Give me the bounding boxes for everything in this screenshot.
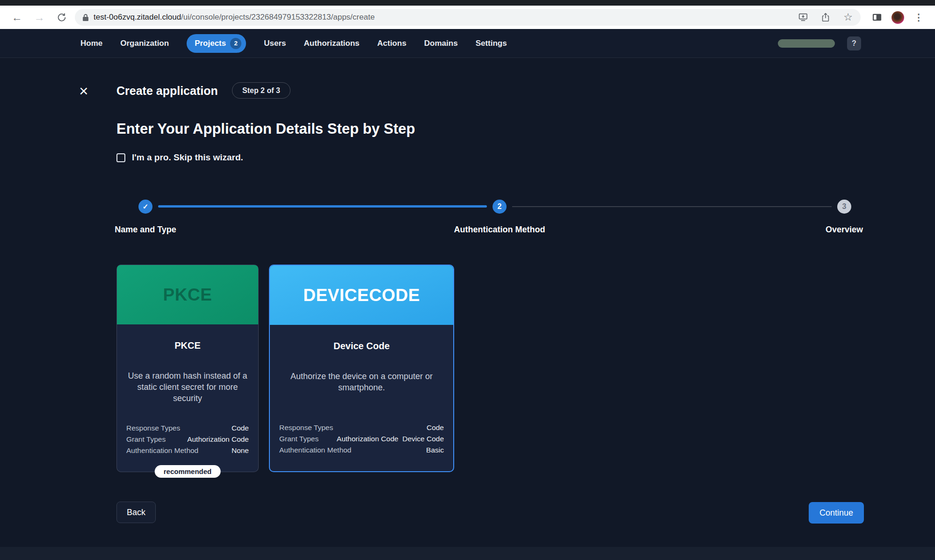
detail-value: Code: [232, 423, 249, 433]
skip-wizard-row[interactable]: I'm a pro. Skip this wizard.: [116, 152, 243, 163]
detail-row: Authentication Method None: [126, 445, 249, 456]
detail-label: Response Types: [279, 422, 333, 433]
skip-wizard-checkbox[interactable]: [116, 153, 125, 162]
profile-avatar[interactable]: [892, 11, 904, 24]
sidebar-item-settings[interactable]: Settings: [476, 39, 507, 48]
app-navbar: Home Organization Projects 2 Users Autho…: [0, 29, 935, 58]
sidebar-item-users[interactable]: Users: [264, 39, 286, 48]
screen: ← → test-0o6zvq.zitadel.cloud/ui/console…: [0, 0, 935, 560]
navbar-right: ?: [778, 36, 861, 50]
step-2-label: Authentication Method: [454, 225, 545, 235]
close-icon[interactable]: ×: [76, 83, 92, 99]
detail-value: Code: [427, 422, 444, 433]
back-button[interactable]: Back: [116, 502, 156, 523]
lock-icon: [82, 14, 89, 22]
sidebar-item-home[interactable]: Home: [80, 39, 102, 48]
skip-wizard-label: I'm a pro. Skip this wizard.: [132, 152, 243, 163]
url-path: /ui/console/projects/232684979153322813/…: [181, 13, 375, 22]
share-icon[interactable]: [817, 9, 834, 25]
devicecode-title: Device Code: [279, 341, 444, 352]
browser-actions: ⋮: [864, 9, 928, 25]
step-2-circle: 2: [493, 200, 507, 214]
footer-strip: [0, 547, 935, 560]
back-icon[interactable]: ←: [7, 8, 26, 27]
detail-value: Authorization Code Device Code: [337, 433, 444, 444]
org-loading-skeleton: [778, 39, 835, 48]
auth-method-card-devicecode[interactable]: DEVICECODE Device Code Authorize the dev…: [269, 265, 454, 472]
window-top-strip: [0, 0, 935, 6]
install-page-icon[interactable]: [794, 9, 812, 25]
pkce-title: PKCE: [126, 340, 249, 351]
sidebar-item-authorizations[interactable]: Authorizations: [304, 39, 360, 48]
pkce-banner: PKCE: [117, 265, 258, 324]
detail-value: Authorization Code: [187, 434, 249, 445]
forward-icon: →: [30, 8, 49, 27]
detail-value: Basic: [426, 445, 444, 455]
pkce-card-body: PKCE Use a random hash instead of a stat…: [117, 324, 258, 472]
devicecode-banner: DEVICECODE: [270, 266, 453, 325]
step-indicator-badge: Step 2 of 3: [232, 82, 290, 99]
detail-value: None: [232, 445, 249, 456]
url-domain: test-0o6zvq.zitadel.cloud: [94, 13, 181, 22]
detail-row: Response Types Code: [126, 423, 249, 433]
devicecode-description: Authorize the device on a computer or sm…: [279, 371, 444, 394]
detail-row: Authentication Method Basic: [279, 445, 444, 455]
step-1-label: Name and Type: [115, 225, 176, 235]
devicecode-card-body: Device Code Authorize the device on a co…: [270, 325, 453, 471]
detail-row: Grant Types Authorization Code Device Co…: [279, 433, 444, 444]
continue-button[interactable]: Continue: [809, 502, 864, 524]
detail-label: Authentication Method: [279, 445, 351, 455]
detail-label: Grant Types: [279, 433, 319, 444]
browser-toolbar: ← → test-0o6zvq.zitadel.cloud/ui/console…: [0, 6, 935, 29]
auth-method-card-pkce[interactable]: PKCE PKCE Use a random hash instead of a…: [116, 265, 259, 472]
step-3-label: Overview: [826, 225, 863, 235]
pkce-details: Response Types Code Grant Types Authoriz…: [126, 423, 249, 456]
url-text: test-0o6zvq.zitadel.cloud/ui/console/pro…: [94, 13, 790, 22]
step-1-circle: ✓: [138, 200, 152, 214]
check-icon: ✓: [143, 202, 149, 211]
sidebar-item-actions[interactable]: Actions: [377, 39, 406, 48]
step-connector-idle: [512, 206, 832, 207]
projects-label: Projects: [195, 39, 226, 48]
sidebar-item-organization[interactable]: Organization: [120, 39, 169, 48]
bookmark-star-icon[interactable]: ☆: [839, 9, 857, 25]
sidebar-item-domains[interactable]: Domains: [424, 39, 458, 48]
reload-icon[interactable]: [52, 8, 71, 27]
recommended-badge: recommended: [155, 465, 221, 478]
page-title: Create application: [116, 84, 218, 98]
detail-label: Authentication Method: [126, 445, 198, 456]
devicecode-details: Response Types Code Grant Types Authoriz…: [279, 422, 444, 455]
wizard-heading: Enter Your Application Details Step by S…: [116, 121, 415, 137]
detail-row: Response Types Code: [279, 422, 444, 433]
address-bar[interactable]: test-0o6zvq.zitadel.cloud/ui/console/pro…: [75, 9, 861, 26]
sidebar-item-projects[interactable]: Projects 2: [187, 34, 246, 53]
detail-label: Response Types: [126, 423, 180, 433]
step-connector-active: [158, 205, 487, 208]
side-panel-icon[interactable]: [868, 9, 886, 25]
detail-row: Grant Types Authorization Code: [126, 434, 249, 445]
help-button[interactable]: ?: [847, 36, 861, 50]
projects-count-badge: 2: [230, 38, 241, 49]
pkce-description: Use a random hash instead of a static cl…: [126, 371, 249, 404]
step-3-circle: 3: [837, 200, 851, 214]
browser-menu-icon[interactable]: ⋮: [910, 9, 928, 25]
detail-label: Grant Types: [126, 434, 166, 445]
